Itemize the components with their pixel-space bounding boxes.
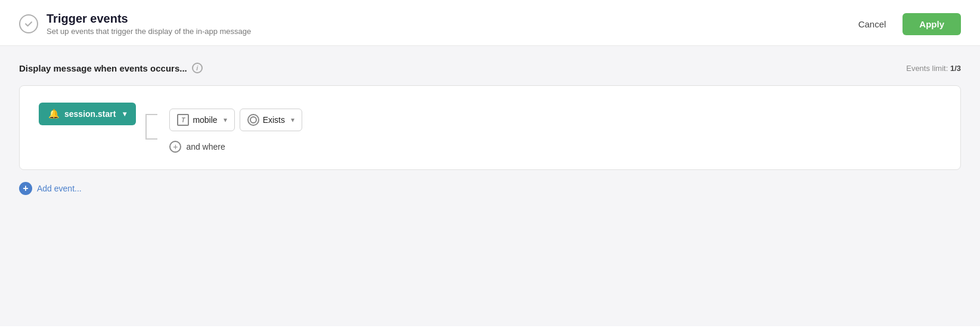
cancel-button[interactable]: Cancel (849, 14, 896, 34)
section-header: Display message when events occurs... i … (19, 46, 961, 85)
field-chevron-icon: ▾ (224, 116, 227, 124)
and-where-plus-icon: + (169, 141, 181, 153)
and-where-button[interactable]: + and where (169, 141, 302, 153)
header-text: Trigger events Set up events that trigge… (46, 12, 251, 36)
connector-horizontal-bottom (145, 138, 157, 140)
section-title-text: Display message when events occurs... (19, 63, 187, 73)
info-icon[interactable]: i (192, 63, 203, 73)
page-subtitle: Set up events that trigger the display o… (46, 27, 251, 36)
main-content: Display message when events occurs... i … (0, 46, 980, 326)
apply-button[interactable]: Apply (903, 13, 961, 35)
add-event-plus-icon: + (19, 182, 32, 195)
event-wrapper: 🔔 session.start ▾ T mobile (39, 103, 941, 153)
page-header: Trigger events Set up events that trigge… (0, 0, 980, 46)
chevron-down-icon: ▾ (123, 110, 126, 118)
events-limit-label: Events limit: (906, 64, 948, 73)
condition-chevron-icon: ▾ (291, 116, 294, 124)
add-event-row[interactable]: + Add event... (19, 182, 961, 195)
add-event-label: Add event... (37, 184, 82, 193)
connector-vertical (145, 114, 147, 140)
header-actions: Cancel Apply (849, 13, 961, 35)
condition-dropdown[interactable]: Exists ▾ (240, 109, 302, 131)
condition-row: T mobile ▾ Exists ▾ (169, 109, 302, 131)
page-title: Trigger events (46, 12, 251, 26)
header-left: Trigger events Set up events that trigge… (19, 12, 251, 36)
condition-label: Exists (263, 115, 285, 125)
and-where-label: and where (186, 142, 225, 151)
session-start-button[interactable]: 🔔 session.start ▾ (39, 103, 136, 125)
connector-horizontal-top (145, 114, 157, 115)
conditions-column: T mobile ▾ Exists ▾ + and where (169, 103, 302, 153)
field-label: mobile (193, 115, 217, 125)
section-title-group: Display message when events occurs... i (19, 63, 203, 73)
events-limit-value: 1/3 (950, 64, 961, 73)
event-card: 🔔 session.start ▾ T mobile (19, 85, 961, 170)
events-limit: Events limit: 1/3 (906, 64, 961, 73)
field-dropdown[interactable]: T mobile ▾ (169, 109, 234, 131)
bell-icon: 🔔 (48, 109, 60, 119)
check-icon (19, 14, 38, 33)
tree-connector (145, 103, 157, 153)
session-btn-label: session.start (64, 109, 116, 119)
condition-type-icon (247, 114, 259, 126)
field-type-icon: T (177, 114, 189, 126)
